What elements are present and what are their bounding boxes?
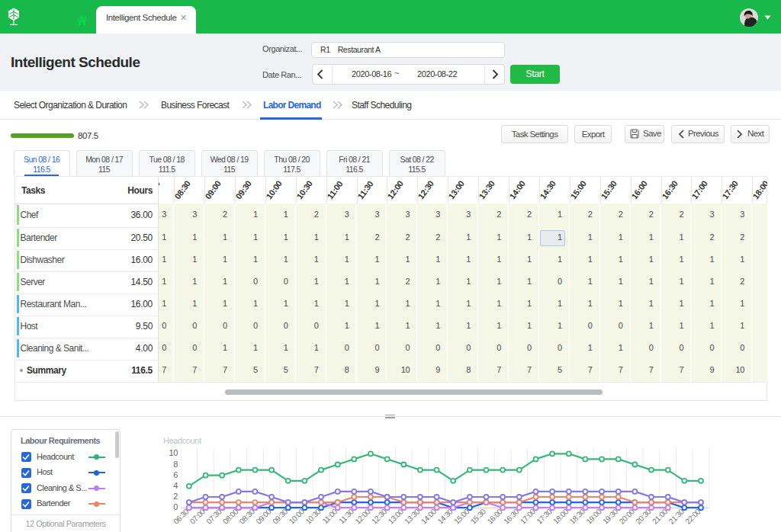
- svg-text:Headcount: Headcount: [163, 436, 201, 445]
- svg-text:8: 8: [173, 460, 178, 469]
- svg-text:2: 2: [173, 492, 178, 501]
- svg-text:10: 10: [169, 448, 178, 457]
- svg-text:6: 6: [173, 470, 178, 479]
- svg-text:0: 0: [173, 502, 178, 511]
- svg-text:4: 4: [173, 481, 178, 490]
